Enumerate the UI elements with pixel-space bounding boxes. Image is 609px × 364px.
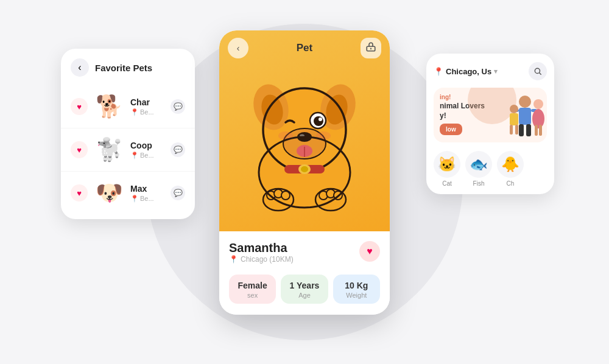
back-button-center[interactable]: ‹ bbox=[228, 38, 248, 58]
svg-point-37 bbox=[519, 96, 531, 108]
svg-rect-49 bbox=[510, 125, 513, 135]
back-icon-left: ‹ bbox=[78, 62, 81, 73]
promo-button[interactable]: low bbox=[440, 124, 462, 135]
list-item: ♥ 🐩 Coop 📍 Be... 💬 bbox=[61, 128, 195, 172]
chat-button-2[interactable]: 💬 bbox=[171, 142, 185, 157]
promo-image bbox=[501, 91, 547, 142]
stat-sex-value: Female bbox=[238, 281, 267, 290]
stat-sex-label: sex bbox=[247, 292, 258, 299]
pet-card-title: Pet bbox=[297, 42, 312, 54]
pet-name-3: Max bbox=[130, 184, 166, 194]
pin-icon-1: 📍 bbox=[130, 108, 139, 116]
svg-rect-45 bbox=[535, 125, 538, 136]
chat-button-1[interactable]: 💬 bbox=[171, 99, 185, 114]
location-display[interactable]: 📍 Chicago, Us ▾ bbox=[434, 67, 498, 76]
svg-point-17 bbox=[314, 116, 323, 126]
pet-location-text-3: Be... bbox=[140, 195, 154, 202]
heart-glyph-2: ♥ bbox=[77, 145, 82, 155]
favorite-button[interactable]: ♥ bbox=[359, 241, 380, 262]
pet-location-text-1: Be... bbox=[140, 108, 154, 116]
pet-location-1: 📍 Be... bbox=[130, 108, 166, 116]
stat-age-value: 1 Years bbox=[290, 281, 320, 290]
heart-icon-3[interactable]: ♥ bbox=[71, 184, 88, 201]
right-card-header: 📍 Chicago, Us ▾ bbox=[434, 62, 547, 80]
dog-illustration bbox=[234, 66, 375, 212]
pet-image-3: 🐶 bbox=[93, 177, 125, 209]
svg-rect-38 bbox=[519, 108, 531, 125]
promo-banner: ing! nimal Lovers y! low bbox=[434, 88, 547, 142]
pet-image-1: 🐕 bbox=[93, 90, 125, 123]
back-button-left[interactable]: ‹ bbox=[71, 58, 89, 77]
cat-item-cat[interactable]: 🐱 Cat bbox=[434, 151, 460, 187]
location-pin-center: 📍 bbox=[229, 255, 238, 264]
favorite-pets-card: ‹ Favorite Pets ♥ 🐕 Char 📍 Be... 💬 ♥ bbox=[61, 49, 195, 219]
svg-point-23 bbox=[301, 166, 308, 172]
pet-info-2: Coop 📍 Be... bbox=[130, 141, 166, 159]
pin-icon-2: 📍 bbox=[130, 152, 139, 159]
cat-icon-cat: 🐱 bbox=[434, 151, 460, 178]
center-card-header: ‹ Pet bbox=[219, 38, 390, 58]
cat-icon-chick: 🐥 bbox=[497, 151, 524, 178]
pet-stats-row: Female sex 1 Years Age 10 Kg Weight bbox=[229, 275, 380, 304]
pet-location-center: Chicago (10KM) bbox=[241, 255, 294, 264]
location-pin-right: 📍 bbox=[434, 67, 443, 76]
svg-point-43 bbox=[533, 99, 543, 109]
svg-point-30 bbox=[281, 191, 290, 200]
stat-age: 1 Years Age bbox=[281, 275, 328, 304]
svg-point-18 bbox=[319, 117, 322, 121]
cat-label-cat: Cat bbox=[442, 180, 452, 187]
heart-glyph-3: ♥ bbox=[77, 189, 82, 198]
pet-location-text-2: Be... bbox=[140, 152, 154, 159]
cat-item-fish[interactable]: 🐟 Fish bbox=[465, 151, 492, 187]
pet-location-row: 📍 Chicago (10KM) bbox=[229, 255, 294, 264]
share-icon bbox=[365, 41, 376, 55]
card-left-header: ‹ Favorite Pets bbox=[61, 58, 195, 85]
pet-main-info: Samantha 📍 Chicago (10KM) bbox=[229, 241, 294, 272]
pet-name-row: Samantha 📍 Chicago (10KM) ♥ bbox=[229, 241, 380, 272]
list-item: ♥ 🐕 Char 📍 Be... 💬 bbox=[61, 85, 195, 128]
pet-name-1: Char bbox=[130, 97, 166, 107]
pet-card-top: ‹ Pet bbox=[219, 30, 390, 231]
heart-glyph-1: ♥ bbox=[77, 102, 82, 111]
search-button[interactable] bbox=[529, 62, 547, 80]
promo-title-line2: y! bbox=[440, 111, 446, 120]
favorite-pets-title: Favorite Pets bbox=[95, 63, 152, 73]
location-text: Chicago, Us bbox=[446, 67, 491, 76]
pet-image-2: 🐩 bbox=[93, 133, 125, 166]
cat-item-chick[interactable]: 🐥 Ch bbox=[497, 151, 524, 187]
cat-icon-fish: 🐟 bbox=[465, 151, 492, 178]
svg-rect-46 bbox=[539, 125, 542, 136]
pet-info-3: Max 📍 Be... bbox=[130, 184, 166, 203]
svg-rect-42 bbox=[526, 124, 531, 136]
svg-line-36 bbox=[540, 73, 541, 75]
back-icon-center: ‹ bbox=[237, 43, 240, 53]
stat-weight-value: 10 Kg bbox=[345, 281, 368, 290]
pin-icon-3: 📍 bbox=[130, 195, 139, 203]
svg-point-47 bbox=[510, 105, 518, 113]
pet-location-2: 📍 Be... bbox=[130, 152, 166, 159]
share-button[interactable] bbox=[361, 38, 381, 58]
pet-name-2: Coop bbox=[130, 141, 166, 150]
svg-rect-48 bbox=[510, 113, 518, 125]
stat-sex: Female sex bbox=[229, 275, 276, 304]
stat-weight: 10 Kg Weight bbox=[333, 275, 380, 304]
list-item: ♥ 🐶 Max 📍 Be... 💬 bbox=[61, 172, 195, 214]
heart-icon-center: ♥ bbox=[367, 246, 373, 257]
category-row: 🐱 Cat 🐟 Fish 🐥 Ch bbox=[434, 149, 547, 187]
browse-card: 📍 Chicago, Us ▾ ing! nimal Lovers y! low bbox=[426, 54, 554, 194]
heart-icon-2[interactable]: ♥ bbox=[71, 141, 88, 158]
svg-rect-50 bbox=[515, 125, 518, 135]
stat-weight-label: Weight bbox=[346, 292, 367, 299]
pet-card-bottom: Samantha 📍 Chicago (10KM) ♥ Female sex 1… bbox=[219, 231, 390, 315]
cat-label-chick: Ch bbox=[507, 180, 515, 187]
pet-main-name: Samantha bbox=[229, 241, 294, 255]
chat-button-3[interactable]: 💬 bbox=[171, 186, 185, 200]
scene: ‹ Favorite Pets ♥ 🐕 Char 📍 Be... 💬 ♥ bbox=[0, 0, 609, 364]
pet-location-3: 📍 Be... bbox=[130, 195, 166, 203]
stat-age-label: Age bbox=[298, 292, 311, 299]
svg-point-44 bbox=[532, 109, 544, 128]
heart-icon-1[interactable]: ♥ bbox=[71, 98, 88, 115]
pet-info-1: Char 📍 Be... bbox=[130, 97, 166, 116]
cat-label-fish: Fish bbox=[473, 180, 485, 187]
pet-profile-card: ‹ Pet bbox=[219, 30, 390, 315]
